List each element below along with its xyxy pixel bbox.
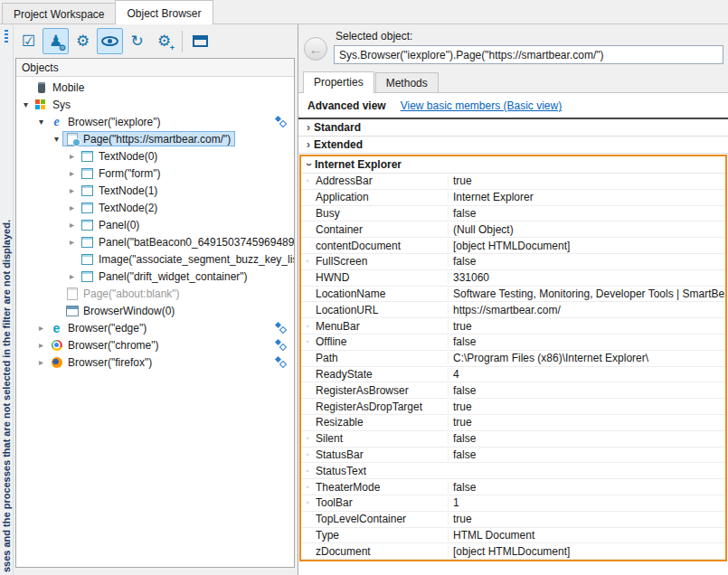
group-standard-label: Standard — [314, 121, 361, 134]
tab-properties[interactable]: Properties — [303, 71, 374, 93]
tree-item-browser-chrome[interactable]: ▸Browser("chrome") — [16, 336, 294, 353]
tree-item-browser-iexplore[interactable]: ▾Browser("iexplore") — [16, 113, 294, 130]
back-button[interactable]: ← — [304, 37, 327, 61]
show-window-list-button[interactable] — [187, 28, 213, 54]
expand-arrow-icon[interactable]: ▸ — [66, 238, 78, 247]
tree-item-sys[interactable]: ▾Sys — [16, 96, 294, 113]
tree-item-textnode-0[interactable]: ▸TextNode(0) — [16, 147, 294, 165]
panel-grip-icon[interactable] — [5, 30, 8, 42]
property-row-offline[interactable]: ◦Offlinefalse — [301, 335, 725, 351]
expand-arrow-icon[interactable]: ▸ — [35, 341, 47, 350]
property-value: false — [448, 384, 725, 397]
selected-object-value-field[interactable]: Sys.Browser("iexplore").Page("https://sm… — [334, 45, 723, 64]
property-row-toolbar[interactable]: ◦ToolBar1 — [301, 495, 725, 512]
group-extended[interactable]: › Extended — [298, 137, 728, 154]
expand-arrow-icon[interactable]: ▸ — [66, 186, 78, 195]
property-row-resizable[interactable]: Resizabletrue — [301, 415, 725, 431]
property-row-readystate[interactable]: ReadyState4 — [301, 367, 725, 383]
process-filter-button[interactable]: ♟⚙ — [43, 28, 69, 54]
property-name: HWND — [314, 271, 448, 284]
property-row-locationname[interactable]: LocationNameSoftware Testing, Monitoring… — [301, 287, 725, 303]
tree-item-label: Sys — [52, 99, 71, 111]
tab-object-browser[interactable]: Object Browser — [115, 0, 213, 24]
property-name: TopLevelContainer — [314, 513, 448, 525]
show-hidden-objects-button[interactable] — [97, 28, 123, 54]
tree-item-label: Browser("edge") — [67, 322, 147, 335]
property-row-addressbar[interactable]: ◦AddressBartrue — [301, 174, 725, 190]
window-tab-strip: Project WorkspaceObject Browser — [0, 0, 728, 24]
tree-item-page-https-smartbear-com[interactable]: ▾Page("https://smartbear.com/") — [16, 130, 294, 147]
collapse-arrow-icon[interactable]: ▾ — [51, 135, 62, 144]
property-row-fullscreen[interactable]: ◦FullScreenfalse — [301, 254, 725, 270]
connected-diamond-icon — [275, 116, 287, 127]
property-name: MenuBar — [314, 320, 448, 333]
property-row-contentdocument[interactable]: contentDocument[object HTMLDocument] — [301, 238, 725, 254]
property-row-locationurl[interactable]: LocationURLhttps://smartbear.com/ — [301, 302, 725, 318]
selected-object-label: Selected object: — [336, 30, 723, 42]
main-area: sses and the processes that are not sele… — [0, 24, 728, 575]
property-row-registerasbrowser[interactable]: RegisterAsBrowserfalse — [301, 382, 725, 399]
property-value: false — [448, 481, 725, 494]
panel-icon — [80, 269, 95, 283]
tree-item-textnode-1[interactable]: ▸TextNode(1) — [16, 182, 294, 199]
property-row-theatermode[interactable]: ◦TheaterModefalse — [301, 479, 725, 495]
windows-icon — [33, 98, 49, 111]
tree-item-textnode-2[interactable]: ▸TextNode(2) — [16, 199, 294, 216]
expand-arrow-icon[interactable]: ▸ — [66, 203, 78, 212]
property-value: [object HTMLDocument] — [448, 240, 725, 252]
tree-item-browser-firefox[interactable]: ▸Browser("firefox") — [16, 353, 294, 371]
property-row-toplevelcontainer[interactable]: TopLevelContainertrue — [301, 512, 725, 528]
overlay-icon: ⚙ — [59, 44, 66, 52]
expand-arrow-icon[interactable]: ▸ — [66, 169, 78, 178]
property-row-statusbar[interactable]: ◦StatusBarfalse — [301, 448, 725, 464]
expand-arrow-icon[interactable]: ▸ — [35, 358, 47, 367]
selected-object-fields: Selected object: Sys.Browser("iexplore")… — [334, 29, 723, 64]
property-value: true — [448, 513, 725, 525]
property-row-silent[interactable]: ◦Silentfalse — [301, 431, 725, 448]
group-internet-explorer[interactable]: › Internet Explorer — [301, 156, 725, 174]
tree-item-page-about-blank[interactable]: Page("about:blank") — [16, 285, 294, 302]
tree-item-label: BrowserWindow(0) — [82, 305, 175, 317]
group-standard[interactable]: › Standard — [298, 119, 728, 137]
tree-item-panel-drift-widget-container[interactable]: ▸Panel("drift_widget_container") — [16, 268, 294, 285]
highlight-object-button[interactable]: ☑ — [15, 28, 42, 54]
collapse-arrow-icon[interactable]: ▾ — [35, 118, 47, 127]
refresh-button[interactable]: ↻ — [124, 28, 150, 54]
property-row-menubar[interactable]: ◦MenuBartrue — [301, 318, 725, 335]
tree-item-label: Browser("firefox") — [67, 356, 152, 369]
expand-arrow-icon[interactable]: ▸ — [66, 221, 78, 230]
property-row-statustext[interactable]: ◦StatusText — [301, 463, 725, 479]
property-value: [object HTMLDocument] — [448, 545, 725, 558]
edge-icon — [49, 321, 64, 335]
tree-item-panel-0[interactable]: ▸Panel(0) — [16, 216, 294, 233]
connected-diamond-icon — [275, 339, 287, 351]
property-value: (Null Object) — [448, 223, 725, 236]
expand-arrow-icon[interactable]: ▸ — [35, 324, 47, 333]
tree-item-mobile[interactable]: Mobile — [16, 79, 294, 96]
expand-arrow-icon[interactable]: ▸ — [66, 152, 78, 161]
property-row-registerasdroptarget[interactable]: RegisterAsDropTargettrue — [301, 399, 725, 415]
tree-item-image-associate-segment-buzz-key-liste[interactable]: Image("associate_segment_buzz_key_liste — [16, 250, 294, 268]
basic-view-link[interactable]: View basic members (Basic view) — [401, 99, 563, 112]
tree-item-panel-batbeacon0-6491503745969489[interactable]: ▸Panel("batBeacon0_6491503745969489") — [16, 233, 294, 250]
property-value: Software Testing, Monitoring, Developer … — [448, 288, 725, 300]
settings-button[interactable]: ⚙ — [70, 28, 96, 54]
property-row-zdocument[interactable]: zDocument[object HTMLDocument] — [301, 543, 725, 560]
expand-arrow-icon[interactable]: ▸ — [66, 272, 78, 281]
tree-item-form-form[interactable]: ▸Form("form") — [16, 165, 294, 182]
property-row-type[interactable]: TypeHTML Document — [301, 528, 725, 544]
firefox-icon — [49, 355, 64, 369]
tab-project-workspace[interactable]: Project Workspace — [2, 3, 116, 24]
property-row-busy[interactable]: Busyfalse — [301, 206, 725, 222]
tree-item-browser-edge[interactable]: ▸Browser("edge") — [16, 319, 294, 336]
property-row-hwnd[interactable]: HWND331060 — [301, 270, 725, 287]
tab-methods[interactable]: Methods — [375, 72, 439, 92]
property-name: zDocument — [314, 545, 448, 558]
property-row-path[interactable]: PathC:\Program Files (x86)\Internet Expl… — [301, 351, 725, 367]
auto-refresh-settings-button[interactable]: ⚙+ — [151, 28, 177, 54]
collapse-arrow-icon[interactable]: ▾ — [20, 100, 32, 109]
tree-item-label: Browser("iexplore") — [67, 116, 161, 128]
property-row-application[interactable]: ApplicationInternet Explorer — [301, 190, 725, 206]
property-row-container[interactable]: Container(Null Object) — [301, 222, 725, 238]
tree-item-browserwindow-0[interactable]: BrowserWindow(0) — [16, 302, 294, 319]
